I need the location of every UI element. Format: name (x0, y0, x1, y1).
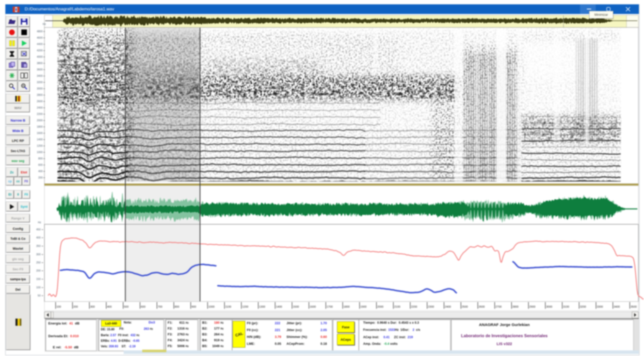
svg-text:600: 600 (38, 163, 43, 166)
svg-text:3000: 3000 (37, 87, 43, 90)
svg-text:2800: 2800 (512, 305, 519, 308)
svg-text:1300: 1300 (259, 305, 265, 308)
svg-text:1600: 1600 (310, 305, 316, 308)
svg-text:1800: 1800 (37, 125, 43, 128)
svg-text:3400: 3400 (37, 74, 43, 77)
svg-text:1500: 1500 (293, 305, 299, 308)
svg-text:150: 150 (36, 277, 41, 280)
svg-text:4200: 4200 (37, 49, 43, 52)
svg-text:2900: 2900 (529, 305, 535, 308)
svg-text:250: 250 (36, 261, 41, 264)
svg-text:2600: 2600 (37, 100, 43, 103)
svg-text:200: 200 (36, 269, 41, 272)
svg-text:400: 400 (36, 236, 41, 239)
svg-text:4400: 4400 (37, 42, 43, 46)
svg-text:800: 800 (175, 305, 179, 308)
svg-text:3500: 3500 (631, 305, 637, 308)
svg-text:3300: 3300 (597, 305, 603, 308)
svg-text:50: 50 (38, 294, 41, 297)
svg-text:2800: 2800 (37, 93, 43, 96)
svg-text:300: 300 (90, 305, 95, 308)
svg-text:1400: 1400 (37, 138, 43, 141)
svg-text:2700: 2700 (495, 305, 502, 308)
svg-text:3200: 3200 (37, 81, 43, 84)
svg-text:4000: 4000 (37, 55, 43, 58)
svg-text:2600: 2600 (479, 305, 485, 308)
svg-text:100: 100 (56, 305, 61, 308)
svg-text:3100: 3100 (563, 305, 569, 308)
svg-text:700: 700 (158, 305, 162, 308)
svg-text:1800: 1800 (344, 305, 350, 308)
svg-text:1200: 1200 (242, 305, 248, 308)
svg-text:3400: 3400 (614, 305, 620, 308)
svg-text:2200: 2200 (37, 112, 43, 115)
svg-text:300: 300 (36, 253, 41, 256)
svg-text:Hz: Hz (38, 221, 41, 224)
svg-text:450: 450 (36, 228, 41, 231)
svg-text:2100: 2100 (394, 305, 400, 308)
svg-text:1600: 1600 (37, 131, 43, 135)
svg-text:200: 200 (73, 305, 78, 308)
svg-text:1100: 1100 (225, 305, 231, 308)
svg-text:Hz: Hz (43, 22, 46, 25)
svg-text:2400: 2400 (37, 106, 43, 109)
svg-text:4600: 4600 (37, 36, 43, 39)
svg-text:1700: 1700 (327, 305, 333, 308)
svg-text:3000: 3000 (546, 305, 552, 308)
svg-text:2300: 2300 (428, 305, 434, 308)
svg-text:1200: 1200 (37, 144, 43, 147)
svg-text:1400: 1400 (276, 305, 282, 308)
svg-text:100: 100 (36, 286, 41, 289)
svg-text:800: 800 (38, 157, 43, 160)
svg-text:400: 400 (107, 305, 112, 308)
svg-text:3800: 3800 (37, 62, 43, 65)
svg-text:2000: 2000 (377, 305, 383, 308)
svg-text:600: 600 (141, 305, 146, 308)
svg-text:200: 200 (38, 176, 43, 179)
svg-text:1900: 1900 (360, 305, 366, 308)
svg-text:4800: 4800 (37, 30, 43, 33)
svg-text:900: 900 (191, 305, 196, 308)
svg-text:1000: 1000 (208, 305, 215, 308)
svg-text:500: 500 (124, 305, 128, 308)
svg-text:2200: 2200 (411, 305, 417, 308)
svg-text:2400: 2400 (445, 305, 451, 308)
svg-text:350: 350 (36, 244, 41, 247)
svg-text:400: 400 (38, 170, 43, 173)
svg-text:1000: 1000 (37, 151, 43, 154)
svg-text:2000: 2000 (37, 119, 43, 122)
svg-text:2500: 2500 (462, 305, 468, 308)
svg-text:3600: 3600 (37, 68, 43, 71)
svg-text:3200: 3200 (580, 305, 586, 308)
